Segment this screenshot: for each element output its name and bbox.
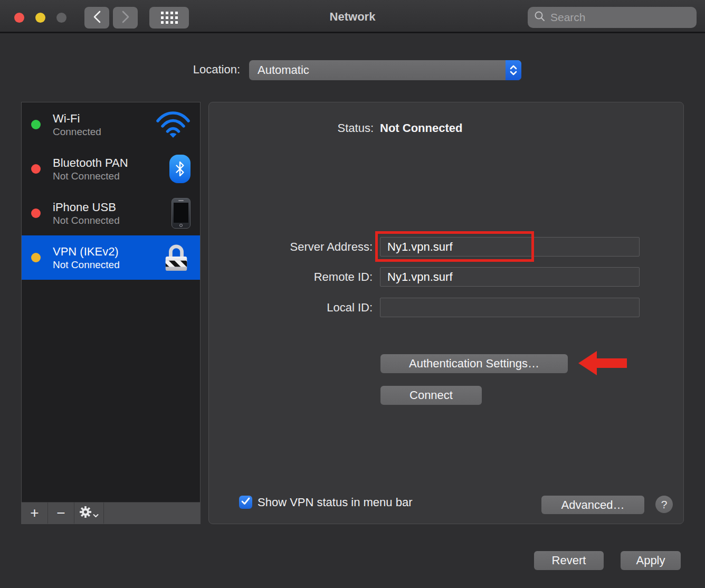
sidebar-item-iphone-usb[interactable]: iPhone USB Not Connected [22,191,200,235]
help-button[interactable]: ? [655,496,673,513]
checkmark-icon [241,497,250,507]
interface-status: Not Connected [53,170,169,182]
gear-icon [80,505,91,521]
local-id-input[interactable] [380,298,640,317]
show-vpn-status-checkbox[interactable] [239,496,252,509]
location-select[interactable]: Automatic [249,60,521,80]
vpn-detail-panel: Status: Not Connected Server Address: Re… [208,102,684,524]
titlebar: Network [0,0,705,33]
status-dot [31,208,41,218]
connect-button[interactable]: Connect [380,386,482,405]
network-preferences-window: Network Location: Automatic Wi-Fi Connec… [0,0,705,588]
authentication-settings-button[interactable]: Authentication Settings… [380,354,568,373]
status-label: Status: [209,121,374,135]
search-input[interactable] [550,11,693,24]
chevron-down-icon [93,505,99,521]
status-dot [31,253,41,262]
interface-status: Not Connected [53,214,172,226]
remote-id-input[interactable] [380,267,640,287]
location-value: Automatic [258,63,309,77]
bluetooth-icon [169,155,190,183]
plus-icon: + [30,505,39,521]
remove-interface-button[interactable]: − [48,502,74,524]
location-label: Location: [77,63,240,77]
chevron-up-down-icon [506,60,521,80]
interface-name: iPhone USB [53,201,172,214]
search-icon [534,11,546,24]
interface-status: Not Connected [53,259,162,271]
sidebar-item-wifi[interactable]: Wi-Fi Connected [22,102,200,147]
sidebar-toolbar: + − [22,502,200,524]
wifi-icon [156,111,190,138]
local-id-label: Local ID: [209,301,373,315]
local-id-row: Local ID: [209,298,683,317]
sidebar-item-bluetooth-pan[interactable]: Bluetooth PAN Not Connected [22,147,200,191]
interface-name: Wi-Fi [53,112,156,126]
show-vpn-status-label: Show VPN status in menu bar [258,496,412,509]
interface-name: Bluetooth PAN [53,156,169,170]
server-address-label: Server Address: [209,240,373,254]
advanced-button[interactable]: Advanced… [541,496,644,514]
actions-menu-button[interactable] [74,502,104,524]
server-address-row: Server Address: [209,237,683,257]
interface-status: Connected [53,126,156,138]
status-row: Status: Not Connected [209,121,683,136]
remote-id-row: Remote ID: [209,267,683,287]
sidebar-item-vpn-ikev2[interactable]: VPN (IKEv2) Not Connected [22,235,200,280]
iphone-icon [172,198,190,229]
add-interface-button[interactable]: + [22,502,48,524]
revert-button[interactable]: Revert [534,551,604,570]
interfaces-sidebar: Wi-Fi Connected Bluetooth PAN Not Connec… [21,102,201,524]
minus-icon: − [56,505,65,521]
remote-id-label: Remote ID: [209,270,373,284]
search-field[interactable] [528,7,697,28]
apply-button[interactable]: Apply [621,551,681,570]
annotation-arrow-icon [578,351,627,377]
status-dot [31,120,41,129]
interface-name: VPN (IKEv2) [53,245,162,259]
server-address-input[interactable] [380,237,640,257]
lock-icon [162,242,190,273]
status-dot [31,164,41,174]
status-value: Not Connected [380,121,462,135]
